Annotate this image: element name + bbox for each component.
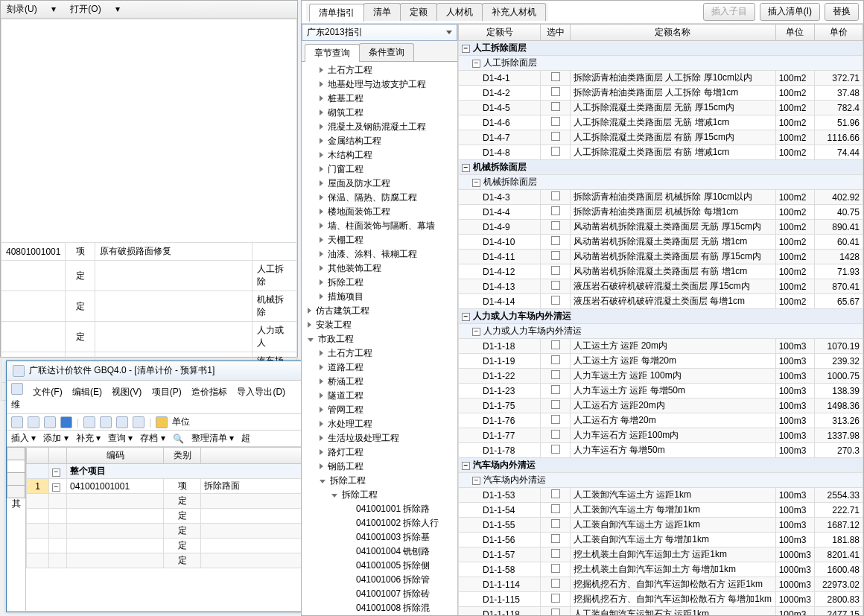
tree-node[interactable]: 安装工程	[302, 318, 457, 332]
group-header[interactable]: −汽车场内外清运	[459, 458, 863, 473]
collapse-icon[interactable]: −	[472, 60, 480, 68]
menu-file[interactable]: 文件(F)	[33, 387, 62, 397]
menu-open[interactable]: 打开(O) ▾	[70, 4, 120, 14]
row-checkbox[interactable]	[551, 400, 560, 409]
unit-button[interactable]: 单位	[172, 416, 190, 428]
quota-row[interactable]: D1-1-55人工装自卸汽车运土方 运距1km100m31687.12	[459, 518, 863, 533]
group-subheader[interactable]: −汽车场内外清运	[459, 473, 863, 488]
tree-node[interactable]: 天棚工程	[302, 233, 457, 247]
tree-node[interactable]: 木结构工程	[302, 148, 457, 162]
tree-node[interactable]: 其他装饰工程	[302, 261, 457, 276]
tb-add[interactable]: 添加 ▾	[43, 432, 68, 445]
recent-icon[interactable]	[44, 416, 56, 428]
quota-row[interactable]: D1-1-19人工运土方 运距 每增20m100m3239.32	[459, 354, 863, 369]
row-checkbox[interactable]	[551, 206, 560, 215]
quota-row[interactable]: D1-1-115挖掘机挖石方、自卸汽车运卸松散石方 每增加1km1000m328…	[459, 592, 863, 607]
row-checkbox[interactable]	[551, 609, 560, 615]
tree-node[interactable]: 隧道工程	[302, 389, 457, 403]
row-checkbox[interactable]	[551, 519, 560, 528]
tb-archive[interactable]: 存档 ▾	[140, 432, 165, 445]
tree-node[interactable]: 屋面及防水工程	[302, 177, 457, 191]
tree-node[interactable]: 041001002 拆除人行	[302, 516, 457, 530]
paste-icon[interactable]	[116, 416, 128, 428]
collapse-icon[interactable]: −	[472, 477, 480, 485]
tree-node[interactable]: 041001001 拆除路	[302, 502, 457, 516]
row-checkbox[interactable]	[551, 221, 560, 230]
quota-row[interactable]: D1-1-23人力车运土方 运距 每增50m100m3138.39	[459, 384, 863, 399]
subtab-chapter[interactable]: 章节查询	[305, 44, 360, 62]
menu-index[interactable]: 造价指标	[191, 387, 227, 397]
tree-node[interactable]: 拆除工程	[302, 488, 457, 502]
quota-row[interactable]: D1-1-57挖土机装土自卸汽车运卸土方 运距1km1000m38201.41	[459, 547, 863, 562]
collapse-icon[interactable]: −	[472, 179, 480, 187]
tree-node[interactable]: 墙、柱面装饰与隔断、幕墙	[302, 219, 457, 233]
quota-row[interactable]: D1-1-76人工运石方 每增20m100m3313.26	[459, 413, 863, 428]
tree-node[interactable]: 041001004 铣刨路	[302, 544, 457, 559]
tree-node[interactable]: 土石方工程	[302, 346, 457, 361]
quota-row[interactable]: D1-1-22人力车运土方 运距 100m内100m31000.75	[459, 369, 863, 384]
replace-button[interactable]: 替换	[825, 3, 859, 21]
quota-row[interactable]: D1-4-14液压岩石破碎机破碎混凝土类面层 每增1cm100m265.67	[459, 294, 863, 309]
row-checkbox[interactable]	[551, 340, 560, 349]
menu-project[interactable]: 项目(P)	[152, 387, 182, 397]
vtab-overview[interactable]: 工程概况	[7, 447, 25, 460]
binoculars-icon[interactable]: 🔍	[173, 434, 184, 444]
tree-node[interactable]: 金属结构工程	[302, 134, 457, 148]
row-checkbox[interactable]	[551, 504, 560, 513]
subtab-cond[interactable]: 条件查询	[359, 43, 414, 61]
tree-node[interactable]: 041001003 拆除基	[302, 530, 457, 544]
row-checkbox[interactable]	[551, 415, 560, 424]
row-checkbox[interactable]	[551, 191, 560, 200]
open-icon[interactable]	[28, 416, 39, 428]
tree-node[interactable]: 钢筋工程	[302, 460, 457, 474]
tab-supp-material[interactable]: 补充人材机	[482, 3, 546, 21]
quota-row[interactable]: D1-4-13液压岩石破碎机破碎混凝土类面层 厚15cm内100m2870.41	[459, 279, 863, 294]
quota-row[interactable]: D1-4-11风动凿岩机拆除混凝土类路面层 有筋 厚15cm内100m21428	[459, 250, 863, 264]
quota-row[interactable]: D1-4-9风动凿岩机拆除混凝土类路面层 无筋 厚15cm内100m2890.4…	[459, 220, 863, 235]
tb-tidy[interactable]: 整理清单 ▾	[191, 432, 234, 445]
quota-row[interactable]: D1-4-3拆除沥青柏油类路面层 机械拆除 厚10cm以内100m2402.92	[459, 190, 863, 205]
row-checkbox[interactable]	[551, 534, 560, 543]
row-checkbox[interactable]	[551, 266, 560, 275]
row-checkbox[interactable]	[551, 370, 560, 379]
tree-node[interactable]: 市政工程	[302, 332, 457, 346]
tb-supp[interactable]: 补充 ▾	[76, 432, 101, 445]
quota-row[interactable]: D1-4-2拆除沥青柏油类路面层 人工拆除 每增1cm100m237.48	[459, 86, 863, 101]
tree-node[interactable]: 混凝土及钢筋混凝土工程	[302, 120, 457, 134]
group-subheader[interactable]: −人工拆除面层	[459, 56, 863, 71]
group-header[interactable]: −人工拆除面层	[459, 41, 863, 56]
tree-node[interactable]: 门窗工程	[302, 162, 457, 177]
quota-row[interactable]: D1-1-118人工装自卸汽车运卸石方 运距1km100m32477.15	[459, 607, 863, 616]
row-checkbox[interactable]	[551, 102, 560, 111]
tb-over[interactable]: 超	[241, 432, 250, 445]
row-checkbox[interactable]	[551, 385, 560, 394]
tree-node[interactable]: 041001006 拆除管	[302, 573, 457, 587]
tab-material[interactable]: 人材机	[436, 3, 483, 21]
quota-row[interactable]: D1-4-8人工拆除混凝土类路面层 有筋 增减1cm100m274.44	[459, 145, 863, 160]
row-checkbox[interactable]	[551, 281, 560, 290]
tree-node[interactable]: 道路工程	[302, 361, 457, 375]
tree-node[interactable]: 生活垃圾处理工程	[302, 431, 457, 445]
copy-icon[interactable]	[100, 416, 112, 428]
row-checkbox[interactable]	[551, 549, 560, 558]
collapse-icon[interactable]: −	[462, 313, 470, 321]
quota-row[interactable]: D1-4-12风动凿岩机拆除混凝土类路面层 有筋 增1cm100m271.93	[459, 264, 863, 279]
tab-list-index[interactable]: 清单指引	[309, 4, 364, 22]
insert-list-button[interactable]: 插入清单(I)	[760, 3, 820, 21]
quota-row[interactable]: D1-1-77人力车运石方 运距100m内100m31337.98	[459, 428, 863, 443]
tree-node[interactable]: 水处理工程	[302, 417, 457, 431]
row-checkbox[interactable]	[551, 117, 560, 126]
quota-row[interactable]: D1-1-56人工装自卸汽车运土方 每增加1km100m3181.88	[459, 533, 863, 547]
save-icon[interactable]	[60, 416, 72, 428]
quota-row[interactable]: D1-4-5人工拆除混凝土类路面层 无筋 厚15cm内100m2782.4	[459, 101, 863, 115]
quota-row[interactable]: D1-1-78人力车运石方 每增50m100m3270.3	[459, 443, 863, 458]
collapse-icon[interactable]: −	[462, 164, 470, 172]
row-checkbox[interactable]	[551, 489, 560, 498]
tree-node[interactable]: 砌筑工程	[302, 106, 457, 120]
row-checkbox[interactable]	[551, 147, 560, 156]
group-subheader[interactable]: −人力或人力车场内外清运	[459, 324, 863, 339]
tree-node[interactable]: 桥涵工程	[302, 375, 457, 389]
tree-node[interactable]: 管网工程	[302, 403, 457, 417]
row-checkbox[interactable]	[551, 236, 560, 245]
tree-node[interactable]: 油漆、涂料、裱糊工程	[302, 247, 457, 261]
